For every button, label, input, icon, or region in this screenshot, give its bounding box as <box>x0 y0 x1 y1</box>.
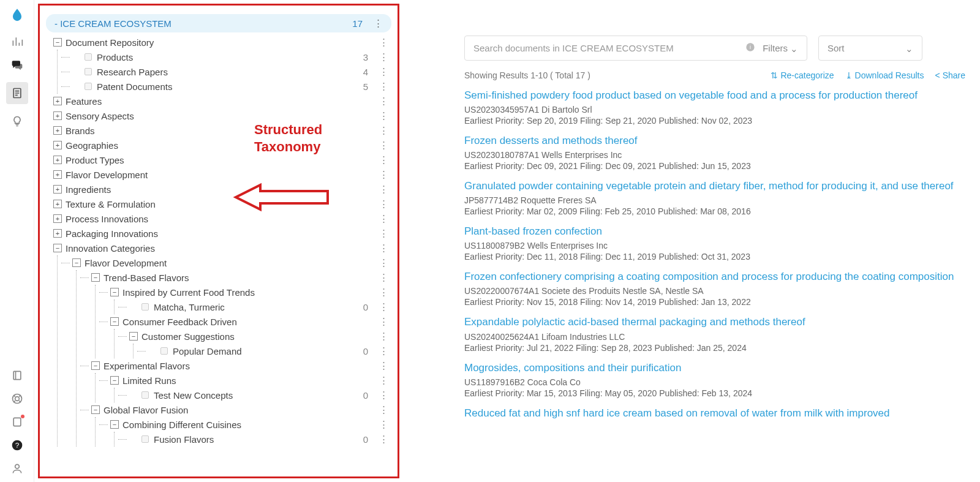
share-button[interactable]: < Share <box>935 70 965 80</box>
more-icon[interactable]: ⋮ <box>379 287 386 298</box>
result-title[interactable]: Reduced fat and high snf hard ice cream … <box>464 407 965 420</box>
expander-icon[interactable]: − <box>72 258 81 267</box>
expander-icon[interactable]: − <box>91 405 100 414</box>
notification-icon[interactable] <box>11 416 23 428</box>
help-icon[interactable]: ? <box>11 439 23 451</box>
tree-root[interactable]: - ICE CREAM ECOSYSTEM 17 ⋮ <box>46 14 391 32</box>
expander-icon[interactable]: − <box>53 244 62 252</box>
tree-node[interactable]: +Brands⋮ <box>53 123 391 138</box>
tree-node[interactable]: +Flavor Development⋮ <box>53 167 391 182</box>
book-icon[interactable] <box>11 369 23 382</box>
tree-node[interactable]: −Trend-Based Flavors⋮ <box>91 270 391 285</box>
more-icon[interactable]: ⋮ <box>379 125 386 136</box>
tree-node[interactable]: +Sensory Aspects⋮ <box>53 108 391 123</box>
expander-icon[interactable]: − <box>91 273 100 282</box>
result-title[interactable]: Frozen desserts and methods thereof <box>464 134 965 148</box>
more-icon[interactable]: ⋮ <box>379 419 386 430</box>
tree-node[interactable]: −Experimental Flavors⋮ <box>91 358 391 373</box>
tree-node[interactable]: −Flavor Development⋮ <box>72 255 391 270</box>
result-title[interactable]: Expandable polylactic acid-based thermal… <box>464 315 965 329</box>
lightbulb-icon[interactable] <box>11 115 23 127</box>
expander-icon[interactable]: + <box>53 170 62 179</box>
more-icon[interactable]: ⋮ <box>379 66 386 77</box>
chart-icon[interactable] <box>11 36 23 48</box>
tree-node[interactable]: −Global Flavor Fusion⋮ <box>91 402 391 417</box>
chat-icon[interactable] <box>11 59 23 71</box>
more-icon[interactable]: ⋮ <box>379 316 386 327</box>
result-title[interactable]: Granulated powder containing vegetable p… <box>464 179 965 193</box>
result-title[interactable]: Plant-based frozen confection <box>464 225 965 238</box>
more-icon[interactable]: ⋮ <box>379 375 386 386</box>
tree-node[interactable]: −Consumer Feedback Driven⋮ <box>110 314 391 329</box>
document-icon[interactable] <box>6 82 28 104</box>
download-button[interactable]: ⤓ Download Results <box>845 70 924 80</box>
expander-icon[interactable]: − <box>91 361 100 370</box>
more-icon[interactable]: ⋮ <box>379 37 386 48</box>
more-icon[interactable]: ⋮ <box>379 140 386 151</box>
tree-node[interactable]: Fusion Flavors0⋮ <box>129 432 391 446</box>
more-icon[interactable]: ⋮ <box>379 331 386 342</box>
tree-node[interactable]: Test New Concepts0⋮ <box>129 388 391 402</box>
more-icon[interactable]: ⋮ <box>379 110 386 121</box>
more-icon[interactable]: ⋮ <box>379 184 386 195</box>
expander-icon[interactable]: + <box>53 97 62 105</box>
more-icon[interactable]: ⋮ <box>379 96 386 107</box>
leaf-checkbox-icon[interactable] <box>85 53 92 61</box>
expander-icon[interactable]: + <box>53 185 62 194</box>
result-title[interactable]: Frozen confectionery comprising a coatin… <box>464 270 965 284</box>
leaf-checkbox-icon[interactable] <box>141 391 149 399</box>
expander-icon[interactable]: + <box>53 214 62 223</box>
expander-icon[interactable]: + <box>53 200 62 208</box>
expander-icon[interactable]: − <box>110 376 119 385</box>
leaf-checkbox-icon[interactable] <box>85 83 92 90</box>
more-icon[interactable]: ⋮ <box>379 51 386 62</box>
lifebuoy-icon[interactable] <box>11 393 23 405</box>
tree-node[interactable]: −Customer Suggestions⋮ <box>129 329 391 344</box>
expander-icon[interactable]: − <box>110 288 119 296</box>
tree-node[interactable]: −Limited Runs⋮ <box>110 373 391 388</box>
more-icon[interactable]: ⋮ <box>379 257 386 268</box>
filters-button[interactable]: Filters ⌄ <box>763 43 798 54</box>
leaf-checkbox-icon[interactable] <box>160 347 168 355</box>
result-title[interactable]: Mogrosides, compositions and their purif… <box>464 361 965 375</box>
more-icon[interactable]: ⋮ <box>379 434 386 445</box>
more-icon[interactable]: ⋮ <box>379 198 386 209</box>
tree-node[interactable]: −Inspired by Current Food Trends⋮ <box>110 285 391 299</box>
tree-node[interactable]: +Product Types⋮ <box>53 153 391 167</box>
more-icon[interactable]: ⋮ <box>379 404 386 415</box>
leaf-checkbox-icon[interactable] <box>141 435 149 443</box>
expander-icon[interactable]: − <box>53 38 62 47</box>
more-icon[interactable]: ⋮ <box>374 18 383 29</box>
info-icon[interactable]: i <box>745 42 755 54</box>
more-icon[interactable]: ⋮ <box>379 272 386 283</box>
tree-node[interactable]: −Combining Different Cuisines⋮ <box>110 417 391 432</box>
more-icon[interactable]: ⋮ <box>379 360 386 371</box>
expander-icon[interactable]: + <box>53 111 62 120</box>
tree-node[interactable]: Products3⋮ <box>72 50 391 64</box>
tree-node[interactable]: Matcha, Turmeric0⋮ <box>129 299 391 314</box>
more-icon[interactable]: ⋮ <box>379 81 386 92</box>
more-icon[interactable]: ⋮ <box>379 345 386 356</box>
more-icon[interactable]: ⋮ <box>379 169 386 180</box>
recategorize-button[interactable]: ⇅ Re-categorize <box>771 70 834 80</box>
expander-icon[interactable]: − <box>110 317 119 326</box>
result-title[interactable]: Semi-finished powdery food product based… <box>464 89 965 102</box>
more-icon[interactable]: ⋮ <box>379 301 386 312</box>
more-icon[interactable]: ⋮ <box>379 390 386 401</box>
leaf-checkbox-icon[interactable] <box>141 303 149 311</box>
expander-icon[interactable]: + <box>53 229 62 238</box>
expander-icon[interactable]: + <box>53 126 62 135</box>
more-icon[interactable]: ⋮ <box>379 213 386 224</box>
tree-node[interactable]: −Document Repository⋮ <box>53 35 391 50</box>
more-icon[interactable]: ⋮ <box>379 228 386 239</box>
more-icon[interactable]: ⋮ <box>379 243 386 254</box>
tree-node[interactable]: +Packaging Innovations⋮ <box>53 226 391 241</box>
leaf-checkbox-icon[interactable] <box>85 68 92 75</box>
tree-node[interactable]: Research Papers4⋮ <box>72 64 391 79</box>
tree-node[interactable]: +Ingredients⋮ <box>53 182 391 197</box>
tree-node[interactable]: Popular Demand0⋮ <box>148 344 391 358</box>
tree-node[interactable]: Patent Documents5⋮ <box>72 79 391 94</box>
search-input[interactable] <box>473 43 745 53</box>
more-icon[interactable]: ⋮ <box>379 154 386 165</box>
expander-icon[interactable]: + <box>53 141 62 149</box>
